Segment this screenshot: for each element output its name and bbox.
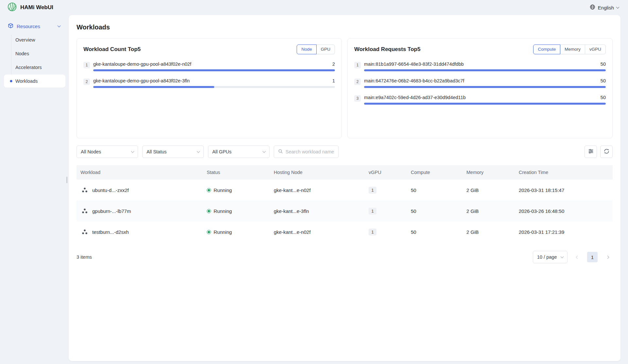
sidebar-group-resources[interactable]: Resources [0,20,65,33]
status-running-icon [207,188,211,192]
rank-bar [364,69,606,71]
count-rank-list: 1 gke-kantaloupe-demo-gpu-pool-a843f02e-… [83,61,335,88]
refresh-icon [604,148,609,155]
gpus-filter-value: All GPUs [212,149,232,154]
language-label: English [598,5,614,10]
rank-value: 50 [601,61,606,67]
table-row[interactable]: gpuburn-...-lb77m Running gke-kant...e-3… [77,200,613,221]
workload-count-card: Workload Count Top5 Node GPU 1 gke-kanta… [77,38,342,138]
rank-badge: 2 [83,78,90,85]
column-header-status: Status [203,165,270,180]
hosting-node: gke-kant...e-3fln [270,200,365,221]
next-page-button[interactable] [602,252,613,262]
main-card: Workloads Workload Count Top5 Node GPU 1… [69,15,620,361]
sidebar-item-workloads[interactable]: Workloads [4,75,65,88]
chevron-down-icon [197,150,200,153]
workload-search [274,146,339,158]
chevron-down-icon [561,255,564,258]
status-label: Running [214,229,232,235]
workload-requests-card: Workload Requests Top5 Compute Memory vG… [347,38,613,138]
memory-value: 2 GiB [462,200,515,221]
gpus-filter-select[interactable]: All GPUs [208,146,270,158]
workloads-table: Workload Status Hosting Node vGPU Comput… [77,165,613,242]
charts-row: Workload Count Top5 Node GPU 1 gke-kanta… [77,38,613,138]
vgpu-badge: 1 [369,229,376,235]
page-title: Workloads [77,24,613,31]
resources-icon [8,23,13,29]
column-header-hosting-node: Hosting Node [270,165,365,180]
memory-value: 2 GiB [462,221,515,242]
creation-time: 2026-03-31 17:21:39 [515,221,613,242]
tab-gpu[interactable]: GPU [316,44,335,54]
search-input[interactable] [286,149,334,154]
column-settings-button[interactable] [584,146,597,158]
sidebar-item-label: Overview [15,37,35,43]
chevron-left-icon [576,255,579,259]
sidebar-item-overview[interactable]: Overview [4,33,65,46]
language-selector[interactable]: English [590,4,619,11]
globe-icon [590,4,595,11]
vgpu-badge: 1 [369,187,376,194]
column-settings-icon [588,148,594,155]
workload-icon [80,207,89,215]
creation-time: 2026-03-31 18:15:47 [515,180,613,200]
workload-name: ubuntu-d...-zxx2f [92,187,129,193]
hosting-node: gke-kant...e-n02f [270,221,365,242]
top-bar: HAMi WebUI English [0,0,628,15]
search-icon [278,149,283,155]
tab-memory[interactable]: Memory [560,44,585,54]
status-filter-select[interactable]: All Status [142,146,204,158]
hosting-node: gke-kant...e-n02f [270,180,365,200]
workload-icon [80,228,89,236]
tab-vgpu[interactable]: vGPU [585,44,606,54]
workload-name: gpuburn-...-lb77m [92,208,131,214]
workload-icon [80,186,89,194]
creation-time: 2026-03-26 16:48:50 [515,200,613,221]
nodes-filter-value: All Nodes [81,149,101,154]
rank-value: 2 [332,61,335,67]
sidebar-item-label: Workloads [15,78,38,84]
rank-item: 2 gke-kantaloupe-demo-gpu-pool-a843f02e-… [83,78,335,88]
column-header-workload: Workload [77,165,203,180]
rank-bar [93,86,335,88]
count-card-toggle: Node GPU [297,44,335,54]
vgpu-badge: 1 [369,208,376,215]
status-running-icon [207,230,211,234]
page-size-select[interactable]: 10 / page [533,251,567,263]
table-row[interactable]: testburn...-d2sxh Running gke-kant...e-n… [77,221,613,242]
watermelon-logo-icon [7,2,17,13]
workload-count-title: Workload Count Top5 [83,46,141,53]
page-size-value: 10 / page [537,254,557,260]
status-running-icon [207,209,211,213]
pagination: 10 / page 1 [533,251,613,263]
column-header-compute: Compute [407,165,462,180]
table-header-row: Workload Status Hosting Node vGPU Comput… [77,165,613,180]
rank-value: 50 [601,95,606,100]
sidebar-item-nodes[interactable]: Nodes [4,47,65,60]
tab-node[interactable]: Node [297,44,316,54]
prev-page-button[interactable] [572,252,583,262]
rank-item: 3 main:e9a7402c-59ed-4d26-ad37-e30d9d4ed… [354,95,606,105]
tab-compute[interactable]: Compute [533,44,560,54]
sidebar-items: Overview Nodes Accelerators Workloads [0,33,65,88]
sidebar-item-label: Accelerators [15,65,42,70]
total-items-label: 3 items [77,254,92,260]
status-label: Running [214,208,232,214]
rank-badge: 1 [354,62,361,68]
rank-name: main:e9a7402c-59ed-4d26-ad37-e30d9d4ed11… [364,95,466,100]
chevron-down-icon [263,150,266,153]
table-row[interactable]: ubuntu-d...-zxx2f Running gke-kant...e-n… [77,180,613,200]
page-1-button[interactable]: 1 [587,252,598,262]
status-filter-value: All Status [147,149,166,154]
sidebar-item-label: Nodes [15,51,29,56]
app-title: HAMi WebUI [20,4,53,11]
column-header-creation-time: Creation Time [515,165,613,180]
nodes-filter-select[interactable]: All Nodes [77,146,138,158]
sidebar-item-accelerators[interactable]: Accelerators [4,61,65,74]
rank-name: gke-kantaloupe-demo-gpu-pool-a843f02e-3f… [93,78,190,83]
sidebar: Resources Overview Nodes Accelerators Wo… [0,15,69,364]
rank-bar [364,103,606,105]
refresh-button[interactable] [600,146,613,158]
brand: HAMi WebUI [7,2,53,13]
sidebar-resize-handle[interactable] [66,177,67,183]
